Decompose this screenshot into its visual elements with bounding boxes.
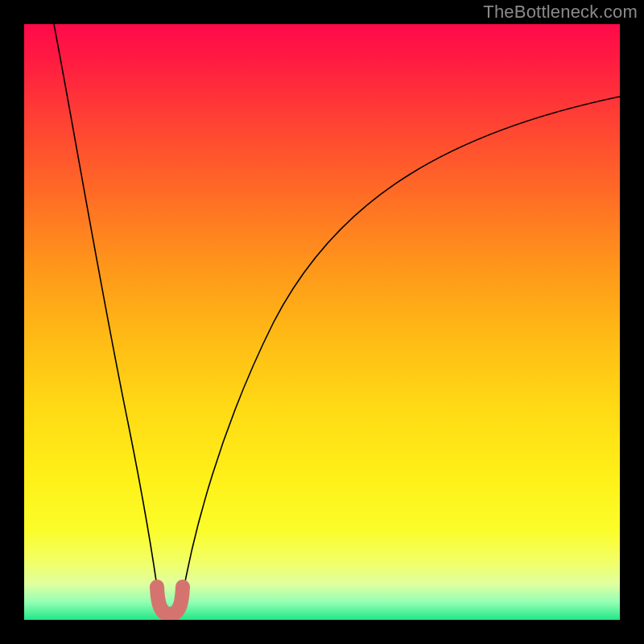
watermark-text: TheBottleneck.com <box>483 2 638 23</box>
plot-area <box>24 24 620 620</box>
chart-frame: TheBottleneck.com <box>0 0 644 644</box>
curve-left-branch <box>54 24 159 604</box>
valley-marker-stroke <box>157 587 183 614</box>
curve-right-branch <box>181 97 620 604</box>
curve-overlay <box>24 24 620 620</box>
